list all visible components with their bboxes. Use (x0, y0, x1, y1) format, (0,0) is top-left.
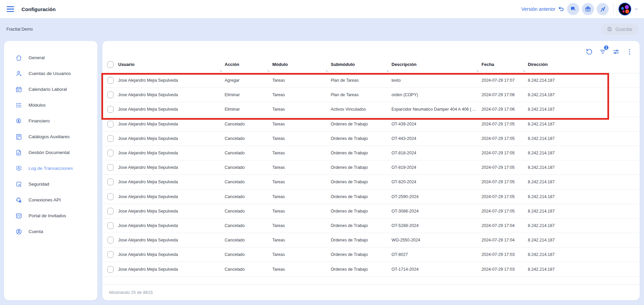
assistant-button[interactable] (567, 3, 579, 15)
select-all-checkbox[interactable] (107, 61, 113, 68)
cell-fecha: 2024-07-29 17:05 (481, 136, 528, 141)
sidebar-item-cuentas-de-usuarios[interactable]: Cuentas de Usuarios (4, 66, 97, 81)
sidebar-item-label: Gestión Documental (29, 150, 70, 155)
cell-modulo: Tareas (272, 223, 331, 228)
column-header-usuario[interactable]: Usuario (118, 62, 225, 67)
display-options-button[interactable] (612, 48, 620, 56)
cell-descripcion: texto (392, 78, 481, 83)
column-header-fecha[interactable]: Fecha (481, 62, 528, 67)
table-row[interactable]: Jose Alejandro Mejia SepulvedaCanceladoT… (102, 233, 640, 247)
cell-descripcion: OT-3086-2024 (392, 209, 481, 214)
whats-new-button[interactable] (597, 3, 609, 15)
row-checkbox[interactable] (107, 208, 113, 215)
row-checkbox[interactable] (107, 150, 113, 156)
cell-fecha: 2024-07-29 17:06 (481, 92, 528, 97)
cell-submodulo: Órdenes de Trabajo (331, 252, 392, 257)
cell-modulo: Tareas (272, 136, 331, 141)
table-row[interactable]: Jose Alejandro Mejia SepulvedaEliminarTa… (102, 88, 640, 102)
cell-usuario: Jose Alejandro Mejia Sepulveda (118, 223, 225, 228)
cell-submodulo: Plan de Tareas (331, 78, 392, 83)
row-checkbox[interactable] (107, 222, 113, 229)
table-row[interactable]: Jose Alejandro Mejia SepulvedaCanceladoT… (102, 219, 640, 233)
cell-direccion: 8.242.214.187 (528, 223, 640, 228)
table-row[interactable]: Jose Alejandro Mejia SepulvedaEliminarTa… (102, 102, 640, 117)
sidebar-item-catalogos-auxiliares[interactable]: Catálogos Auxiliares (4, 129, 97, 145)
row-count-label: Mostrando 25 de 8615 (109, 290, 153, 295)
column-header-direccion[interactable]: Dirección (528, 62, 640, 67)
table-row[interactable]: Jose Alejandro Mejia SepulvedaCanceladoT… (102, 146, 640, 160)
guest-portal-icon (15, 212, 22, 220)
row-checkbox[interactable] (107, 251, 113, 258)
more-options-button[interactable] (626, 48, 634, 56)
sidebar-item-calendario-laboral[interactable]: Calendario Laboral (4, 81, 97, 97)
cell-modulo: Tareas (272, 151, 331, 155)
row-checkbox[interactable] (107, 193, 113, 200)
row-checkbox[interactable] (107, 164, 113, 171)
table-row[interactable]: Jose Alejandro Mejia SepulvedaCanceladoT… (102, 131, 640, 146)
cell-submodulo: Plan de Tareas (331, 92, 392, 97)
topbar-divider (613, 3, 614, 15)
table-toolbar: 1 (102, 41, 640, 56)
avatar[interactable] (618, 3, 631, 15)
chevron-down-icon[interactable] (634, 7, 639, 11)
rocket-icon (599, 6, 606, 12)
sidebar-item-modulos[interactable]: Módulos (4, 97, 97, 113)
cell-modulo: Tareas (272, 107, 331, 112)
gifts-button[interactable] (582, 3, 594, 15)
table-row[interactable]: Jose Alejandro Mejia SepulvedaCanceladoT… (102, 190, 640, 204)
row-checkbox[interactable] (107, 77, 113, 84)
document-icon (15, 149, 22, 156)
avatar-dot (621, 7, 624, 10)
table-footer: Mostrando 25 de 8615 (102, 284, 640, 300)
sidebar-item-label: Seguridad (29, 182, 49, 187)
table-row[interactable]: Jose Alejandro Mejia SepulvedaCanceladoT… (102, 247, 640, 262)
column-header-modulo[interactable]: Módulo (272, 62, 331, 67)
table-row[interactable]: Jose Alejandro Mejia SepulvedaCanceladoT… (102, 160, 640, 175)
previous-version-link[interactable]: Versión anterior (521, 6, 564, 12)
row-checkbox[interactable] (107, 179, 113, 185)
table-row[interactable]: Jose Alejandro Mejia SepulvedaAgregarTar… (102, 73, 640, 88)
cell-modulo: Tareas (272, 209, 331, 214)
row-checkbox[interactable] (107, 106, 113, 113)
sidebar-item-financiero[interactable]: Financiero (4, 113, 97, 129)
sidebar-item-cuenta[interactable]: Cuenta (4, 224, 97, 239)
user-add-icon (15, 70, 22, 77)
column-header-descripcion[interactable]: Descripción (392, 62, 481, 67)
checklist-icon (15, 102, 22, 109)
table-row[interactable]: Jose Alejandro Mejia SepulvedaCanceladoT… (102, 175, 640, 189)
avatar-dot (623, 10, 625, 12)
cell-modulo: Tareas (272, 252, 331, 257)
table-row[interactable]: Jose Alejandro Mejia SepulvedaCanceladoT… (102, 204, 640, 219)
cell-modulo: Tareas (272, 238, 331, 242)
hamburger-menu-icon[interactable] (6, 5, 15, 13)
row-checkbox[interactable] (107, 135, 113, 142)
cell-descripcion: Esparcidor Neumatico Damper 404 A 406 { … (392, 107, 481, 112)
row-checkbox[interactable] (107, 91, 113, 98)
sidebar-item-gestion-documental[interactable]: Gestión Documental (4, 145, 97, 160)
table-row[interactable]: Jose Alejandro Mejia SepulvedaCanceladoT… (102, 117, 640, 131)
cell-usuario: Jose Alejandro Mejia Sepulveda (118, 122, 225, 126)
cell-fecha: 2024-07-29 17:06 (481, 107, 528, 112)
sidebar-item-portal-de-invitados[interactable]: Portal de Invitados (4, 208, 97, 224)
cell-modulo: Tareas (272, 180, 331, 184)
cell-accion: Cancelado (225, 151, 272, 155)
cell-submodulo: Órdenes de Trabajo (331, 194, 392, 199)
row-checkbox[interactable] (107, 121, 113, 127)
column-header-submodulo[interactable]: Submódulo (331, 62, 392, 67)
sidebar-item-seguridad[interactable]: Seguridad (4, 176, 97, 192)
row-checkbox[interactable] (107, 266, 113, 273)
topbar-actions: Versión anterior (521, 3, 639, 15)
sidebar-item-general[interactable]: General (4, 50, 97, 66)
table-row[interactable]: Jose Alejandro Mejia SepulvedaCanceladoT… (102, 262, 640, 276)
refresh-button[interactable] (585, 48, 593, 56)
row-checkbox[interactable] (107, 237, 113, 243)
filter-button[interactable]: 1 (599, 48, 607, 56)
cell-submodulo: Órdenes de Trabajo (331, 165, 392, 170)
home-icon (15, 54, 22, 62)
sidebar-item-conexiones-api[interactable]: Conexiones API (4, 192, 97, 208)
save-button[interactable]: Guardar (601, 24, 639, 35)
cell-accion: Cancelado (225, 267, 272, 272)
column-header-accion[interactable]: Acción (225, 62, 272, 67)
breadcrumb: Fracttal Demo (6, 27, 33, 32)
sidebar-item-log-de-transacciones[interactable]: Log de Transacciones (4, 160, 97, 176)
